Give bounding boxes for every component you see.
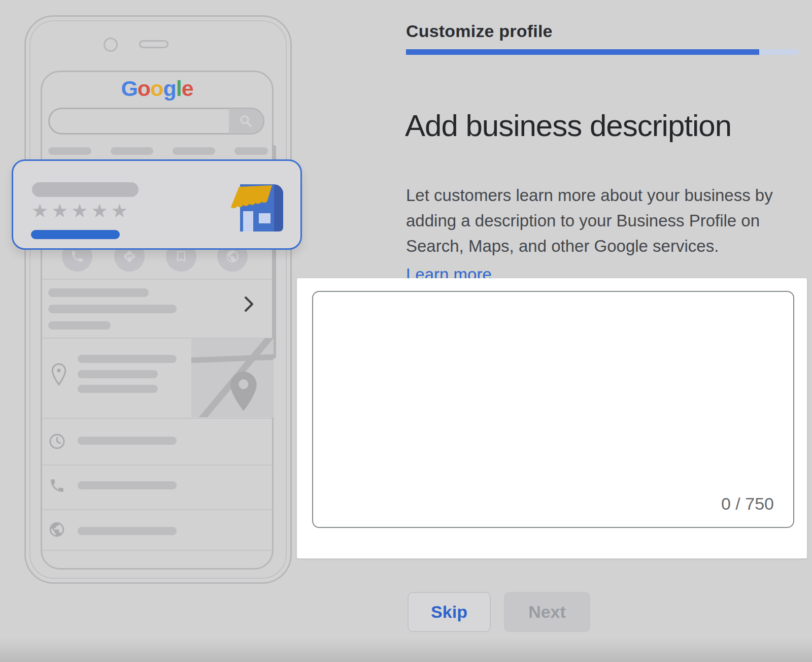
text-placeholder <box>48 321 111 329</box>
divider <box>42 279 273 280</box>
progress-bar <box>406 49 798 55</box>
bookmark-icon <box>174 249 188 263</box>
page: Google ★★★★★ <box>0 0 812 662</box>
mock-tab-pill <box>111 147 153 155</box>
divider <box>42 465 273 466</box>
mock-tab-pill <box>173 147 215 155</box>
description-spotlight-panel: 0 / 750 <box>297 278 807 558</box>
logo-letter: o <box>138 76 150 101</box>
business-description-input[interactable] <box>312 291 794 528</box>
body-text: Let customers learn more about your busi… <box>406 183 793 259</box>
character-counter: 0 / 750 <box>721 494 774 514</box>
call-icon <box>70 249 84 263</box>
divider <box>42 550 273 551</box>
phone-speaker <box>139 40 168 48</box>
phone-camera <box>104 38 118 52</box>
bottom-fade <box>0 638 812 662</box>
next-button[interactable]: Next <box>504 592 590 632</box>
skip-button[interactable]: Skip <box>408 592 491 632</box>
mock-tab-pill <box>48 147 91 155</box>
progress-fill <box>406 49 759 55</box>
text-placeholder <box>78 481 177 489</box>
text-placeholder <box>78 385 158 393</box>
map-thumbnail <box>191 338 274 419</box>
text-placeholder <box>78 355 177 363</box>
globe-icon <box>48 521 65 540</box>
location-pin-icon <box>50 362 68 389</box>
step-label: Customize profile <box>406 21 553 41</box>
logo-letter: G <box>121 76 137 101</box>
text-placeholder <box>48 305 177 313</box>
call-icon <box>49 477 65 496</box>
text-placeholder <box>48 288 149 297</box>
logo-letter: l <box>176 76 182 101</box>
text-placeholder <box>78 437 177 445</box>
storefront-icon <box>227 181 283 237</box>
logo-letter: g <box>163 76 176 101</box>
mock-search-bar <box>48 108 264 135</box>
chevron-right-icon <box>244 295 255 315</box>
search-icon <box>239 114 253 128</box>
divider <box>42 509 273 510</box>
page-title: Add business description <box>405 108 806 143</box>
mock-tab-pill <box>234 147 268 155</box>
google-logo: Google <box>41 76 274 101</box>
divider <box>42 418 273 419</box>
text-placeholder <box>78 527 177 535</box>
logo-letter: o <box>150 76 163 101</box>
search-button <box>229 109 263 134</box>
globe-icon <box>225 249 240 263</box>
logo-letter: e <box>182 76 193 101</box>
directions-icon <box>122 249 137 263</box>
business-profile-card: ★★★★★ <box>12 159 302 250</box>
star-rating: ★★★★★ <box>31 202 131 220</box>
business-name-placeholder <box>32 182 139 197</box>
phone-screen <box>41 71 274 570</box>
clock-icon <box>48 433 66 452</box>
text-placeholder <box>78 370 158 378</box>
rating-bar <box>31 230 120 239</box>
